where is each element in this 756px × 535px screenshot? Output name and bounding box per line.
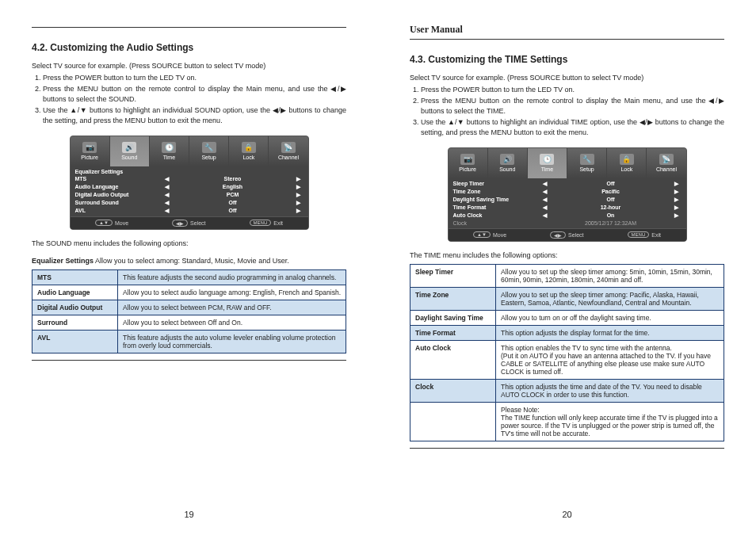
osd-tab-lock: 🔒Lock — [607, 148, 647, 178]
options-intro: The TIME menu includes the following opt… — [410, 251, 724, 259]
clock-icon: 🕒 — [540, 154, 554, 165]
osd-tab-setup: 🔧Setup — [567, 148, 607, 178]
clock-icon: 🕒 — [162, 142, 176, 153]
osd-tab-lock: 🔒Lock — [229, 136, 269, 166]
step-2: Press the MENU button on the remote cont… — [43, 84, 346, 104]
sound-options-table: MTSThis feature adjusts the second audio… — [32, 269, 346, 353]
lock-icon: 🔒 — [620, 154, 634, 165]
header-user-manual: User Manual — [410, 24, 463, 36]
step-3: Use the ▲/▼ buttons to highlight an indi… — [43, 105, 346, 125]
section-title-time: 4.3. Customizing the TIME Settings — [410, 54, 724, 65]
step-3: Use the ▲/▼ buttons to highlight an indi… — [421, 117, 724, 137]
time-options-table: Sleep TimerAllow you to set up the sleep… — [410, 264, 724, 441]
osd-time-menu: 📷Picture 🔊Sound 🕒Time 🔧Setup 🔒Lock 📡Chan… — [448, 147, 687, 242]
antenna-icon: 📡 — [281, 142, 296, 153]
equalizer-line: Equalizer Settings Allow you to select a… — [32, 257, 346, 265]
page-number: 19 — [32, 510, 346, 519]
osd-tab-sound: 🔊Sound — [488, 148, 528, 178]
antenna-icon: 📡 — [659, 154, 674, 165]
wrench-icon: 🔧 — [202, 142, 216, 153]
page-number: 20 — [410, 510, 724, 519]
step-2: Press the MENU button on the remote cont… — [421, 96, 724, 116]
osd-tab-picture: 📷Picture — [71, 136, 110, 166]
page-left: 4.2. Customizing the Audio Settings Sele… — [0, 0, 378, 535]
intro-text: Select TV source for example. (Press SOU… — [410, 73, 724, 83]
wrench-icon: 🔧 — [580, 154, 594, 165]
osd-tab-time: 🕒Time — [528, 148, 567, 178]
speaker-icon: 🔊 — [500, 154, 514, 165]
osd-tab-channel: 📡Channel — [269, 136, 307, 166]
osd-sound-menu: 📷Picture 🔊Sound 🕒Time 🔧Setup 🔒Lock 📡Chan… — [70, 136, 309, 230]
osd-tab-picture: 📷Picture — [449, 148, 488, 178]
lock-icon: 🔒 — [242, 142, 256, 153]
osd-tab-time: 🕒Time — [150, 136, 189, 166]
page-right: User Manual 4.3. Customizing the TIME Se… — [378, 0, 756, 535]
camera-icon: 📷 — [82, 142, 97, 153]
section-title-audio: 4.2. Customizing the Audio Settings — [32, 42, 346, 53]
osd-tab-setup: 🔧Setup — [189, 136, 229, 166]
speaker-icon: 🔊 — [122, 142, 136, 153]
step-1: Press the POWER button to turn the LED T… — [43, 73, 346, 83]
intro-text: Select TV source for example. (Press SOU… — [32, 61, 346, 71]
options-intro: The SOUND menu includes the following op… — [32, 239, 346, 247]
osd-tab-sound: 🔊Sound — [110, 136, 150, 166]
osd-tab-channel: 📡Channel — [647, 148, 685, 178]
step-1: Press the POWER button to turn the LED T… — [421, 85, 724, 95]
page-spread: 4.2. Customizing the Audio Settings Sele… — [0, 0, 756, 535]
camera-icon: 📷 — [460, 154, 475, 165]
